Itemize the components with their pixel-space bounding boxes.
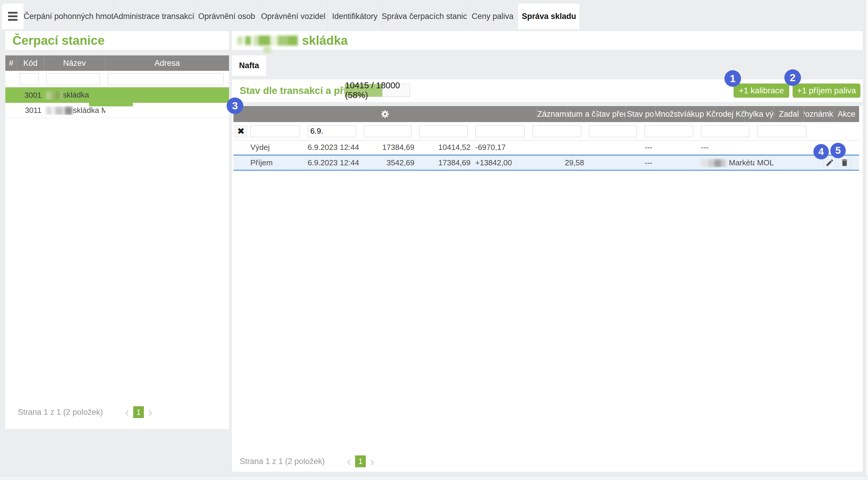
add-fuel-intake-button[interactable]: +1 příjem paliva [793,83,860,98]
redacted-text [253,36,298,46]
nav-tab-sprava-cerpacich-stanic[interactable]: Správa čerpacích stanic [382,4,467,29]
col-header-hash[interactable]: # [5,56,17,71]
close-icon: ✖ [237,126,244,136]
station-name: skládka M… [44,106,105,115]
warehouse-panel-title: skládka [302,33,348,48]
col-header-nazev[interactable]: Název [44,56,105,71]
filter-poznamka-input[interactable] [757,125,806,137]
filter-zadal-input[interactable] [701,125,749,137]
col-header-zadal[interactable]: Zadal [774,106,804,122]
stations-table-card: # Kód Název Adresa 3001 skládka 3011 skl… [5,56,229,429]
prev-page-icon[interactable]: ‹ [121,406,133,419]
station-name: skládka [44,90,105,100]
station-code: 3011 [17,106,44,115]
column-settings-button[interactable] [234,106,537,122]
col-header-adresa[interactable]: Adresa [105,56,229,71]
station-row-3001[interactable]: 3001 skládka [5,88,229,103]
hamburger-menu-button[interactable] [2,4,24,29]
filter-zaznam-input[interactable] [250,125,300,137]
col-header-prodej[interactable]: Prodej Kč/l [715,106,745,122]
nav-tab-identifikatory[interactable]: Identifikátory [328,4,382,29]
stock-status-card: Stav dle transakcí a příjmů 10415 / 1800… [232,79,863,102]
record-quantity: -6970,17 [473,143,530,152]
col-header-zaznam[interactable]: Záznam [537,106,567,122]
record-deviation: --- [642,143,699,152]
stock-filter-row: ✖ [234,122,859,140]
col-header-kod[interactable]: Kód [17,56,44,71]
record-purchase-price: 29,58 [530,158,587,167]
stock-pagination: Strana 1 z 1 (2 položek) ‹ 1 › [240,455,378,468]
record-entered-by: Markéta [699,158,755,167]
top-navigation: Čerpání pohonných hmot Administrace tran… [2,4,859,29]
tab-nafta[interactable]: Nafta [232,56,266,76]
redacted-text [46,92,62,100]
record-type: Příjem [248,158,305,167]
redacted-text [46,107,72,115]
col-header-stav-po[interactable]: Stav po [626,106,655,122]
add-calibration-button[interactable]: +1 kalibrace [734,83,789,98]
stations-panel-header: Čerpací stanice [5,31,229,50]
stations-panel-title: Čerpací stanice [12,33,105,48]
pagination-label: Strana 1 z 1 (2 položek) [18,408,103,417]
stock-level-indicator: 10415 / 18000 (58%) [345,84,410,97]
filter-adresa-input[interactable] [108,73,224,85]
redacted-text [237,36,243,45]
next-page-icon[interactable]: › [366,455,378,468]
nav-tab-opravneni-vozidel[interactable]: Oprávnění vozidel [259,4,328,29]
filter-nazev-input[interactable] [46,73,100,85]
nav-tab-cerpani-pohonnych-hmot[interactable]: Čerpání pohonných hmot [24,4,113,29]
stock-level-text: 10415 / 18000 (58%) [345,84,410,97]
stock-table-card: Záznam Datum a čas Stav před Stav po Mno… [232,106,863,472]
record-datetime: 6.9.2023 12:44 [305,158,362,167]
record-level-after: 17384,69 [417,158,473,167]
stations-table-header: # Kód Název Adresa [5,56,229,71]
nav-tab-sprava-skladu[interactable]: Správa skladu [518,4,579,29]
record-type: Výdej [248,143,305,152]
next-page-icon[interactable]: › [144,406,157,419]
gear-icon [380,109,390,119]
page-number-button[interactable]: 1 [355,455,366,467]
hamburger-icon [8,12,18,13]
annotation-step-4: 4 [813,144,829,160]
filter-stav-po-input[interactable] [419,125,467,137]
nav-tab-ceny-paliva[interactable]: Ceny paliva [467,4,518,29]
col-header-datum-a-cas[interactable]: Datum a čas [567,106,596,122]
record-datetime: 6.9.2023 12:44 ... D… [305,143,362,152]
record-row-vydej[interactable]: Výdej 6.9.2023 12:44 ... D… 17384,69 104… [234,140,859,155]
redacted-text [89,103,133,106]
filter-nakup-input[interactable] [532,125,581,137]
record-row-prijem[interactable]: Příjem 6.9.2023 12:44 3542,69 17384,69 +… [234,155,859,171]
filter-datum-input[interactable] [308,125,356,137]
prev-page-icon[interactable]: ‹ [343,455,355,468]
vertical-scrollbar[interactable] [866,0,868,480]
annotation-step-2: 2 [784,69,801,86]
col-header-stav-pred[interactable]: Stav před [596,106,626,122]
col-header-nakup[interactable]: Nákup Kč/l [686,106,715,122]
record-quantity: +13842,00 [473,158,530,167]
pagination-label: Strana 1 z 1 (2 položek) [240,457,325,466]
annotation-step-3: 3 [227,98,243,114]
record-deviation: --- [642,158,699,167]
warehouse-panel-header: skládka [232,31,863,50]
filter-kod-input[interactable] [20,73,38,85]
trash-icon [840,158,849,167]
filter-prodej-input[interactable] [589,125,637,137]
clear-filters-button[interactable]: ✖ [235,125,247,137]
col-header-poznamka[interactable]: Poznámka [804,106,834,122]
page-number-button[interactable]: 1 [133,406,144,418]
nav-tab-opravneni-osob[interactable]: Oprávnění osob [194,4,259,29]
redacted-text [701,160,726,167]
horizontal-scrollbar[interactable] [0,476,868,480]
pencil-icon [825,158,834,167]
filter-mnozstvi-input[interactable] [475,125,525,137]
record-level-before: 17384,69 [362,143,417,152]
filter-stav-pred-input[interactable] [364,125,411,137]
nav-tab-administrace-transakci[interactable]: Administrace transakcí [113,4,194,29]
col-header-akce[interactable]: Akce [834,106,859,122]
col-header-odchylka-vydeje[interactable]: Odchylka výdeje [745,106,774,122]
stock-table: Záznam Datum a čas Stav před Stav po Mno… [234,106,859,171]
col-header-mnozstvi[interactable]: Množství [655,106,686,122]
filter-odchylka-input[interactable] [645,125,693,137]
record-level-before: 3542,69 [362,158,417,167]
stations-filter-row [5,71,229,88]
